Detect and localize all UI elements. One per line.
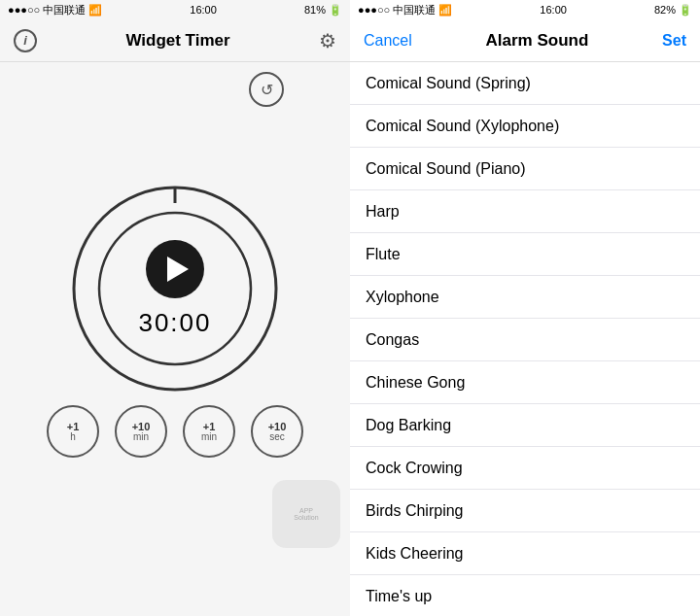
play-button[interactable] <box>146 240 204 298</box>
sound-item[interactable]: Xylophone <box>350 276 700 319</box>
add-1min-button[interactable]: +1 min <box>183 405 235 458</box>
carrier-left: 中国联通 <box>43 3 86 17</box>
sound-item[interactable]: Birds Chirping <box>350 490 700 532</box>
dots-left: ●●●○○ <box>8 4 40 16</box>
info-button[interactable]: i <box>14 29 37 52</box>
signal-right: ●●●○○ 中国联通 📶 <box>358 3 452 17</box>
sound-label: Cock Crowing <box>366 460 463 477</box>
sound-item[interactable]: Cock Crowing <box>350 447 700 490</box>
battery-right: 82% 🔋 <box>654 4 692 17</box>
wifi-left: 📶 <box>88 4 102 17</box>
sound-item[interactable]: Comical Sound (Spring) <box>350 62 700 105</box>
sound-item[interactable]: Congas <box>350 319 700 361</box>
sound-label: Harp <box>366 203 400 221</box>
sound-item[interactable]: Flute <box>350 233 700 276</box>
timer-area: ↺ 30:00 +1 h +10 m <box>47 62 303 616</box>
buttons-row: +1 h +10 min +1 min +10 sec <box>47 405 303 458</box>
nav-bar-right: Cancel Alarm Sound Set <box>350 19 700 62</box>
sound-label: Birds Chirping <box>366 502 463 520</box>
add-10min-button[interactable]: +10 min <box>115 405 167 458</box>
sound-label: Time's up <box>366 588 432 605</box>
sound-item[interactable]: Chinese Gong <box>350 361 700 404</box>
sound-label: Comical Sound (Piano) <box>366 160 526 178</box>
sound-item[interactable]: Time's up <box>350 575 700 616</box>
time-left: 16:00 <box>190 4 217 16</box>
page-title: Widget Timer <box>125 31 229 51</box>
sound-item[interactable]: Comical Sound (Piano) <box>350 148 700 190</box>
status-bar-right: ●●●○○ 中国联通 📶 16:00 82% 🔋 <box>350 0 700 19</box>
sound-label: Comical Sound (Spring) <box>366 75 531 92</box>
set-button[interactable]: Set <box>662 32 686 50</box>
app-watermark: APP Solution <box>272 480 340 548</box>
sound-label: Dog Barking <box>366 417 451 434</box>
settings-button[interactable]: ⚙ <box>319 29 336 52</box>
sound-label: Comical Sound (Xylophone) <box>366 118 559 135</box>
sound-list: Comical Sound (Spring)Comical Sound (Xyl… <box>350 62 700 616</box>
add-1h-button[interactable]: +1 h <box>47 405 99 458</box>
sound-label: Kids Cheering <box>366 545 464 563</box>
right-panel: ●●●○○ 中国联通 📶 16:00 82% 🔋 Cancel Alarm So… <box>350 0 700 616</box>
sound-label: Flute <box>366 246 401 263</box>
sound-label: Chinese Gong <box>366 374 465 392</box>
status-bar-left: ●●●○○ 中国联通 📶 16:00 81% 🔋 <box>0 0 350 19</box>
timer-ring: 30:00 <box>68 182 282 395</box>
nav-bar-left: i Widget Timer ⚙ <box>0 19 350 62</box>
timer-inner: 30:00 <box>97 211 253 366</box>
add-10sec-button[interactable]: +10 sec <box>251 405 303 458</box>
sound-item[interactable]: Dog Barking <box>350 404 700 447</box>
sound-item[interactable]: Comical Sound (Xylophone) <box>350 105 700 148</box>
sound-item[interactable]: Harp <box>350 190 700 233</box>
cancel-button[interactable]: Cancel <box>364 32 412 50</box>
sound-item[interactable]: Kids Cheering <box>350 532 700 575</box>
alarm-sound-title: Alarm Sound <box>486 31 589 51</box>
carrier-right: 中国联通 <box>393 4 436 16</box>
sound-label: Xylophone <box>366 289 439 306</box>
repeat-button[interactable]: ↺ <box>249 72 284 107</box>
time-right: 16:00 <box>540 4 567 16</box>
left-panel: ●●●○○ 中国联通 📶 16:00 81% 🔋 i Widget Timer … <box>0 0 350 616</box>
timer-display: 30:00 <box>138 308 211 338</box>
sound-label: Congas <box>366 331 419 349</box>
battery-left: 81% 🔋 <box>304 4 342 17</box>
signal-left: ●●●○○ 中国联通 📶 <box>8 3 102 17</box>
